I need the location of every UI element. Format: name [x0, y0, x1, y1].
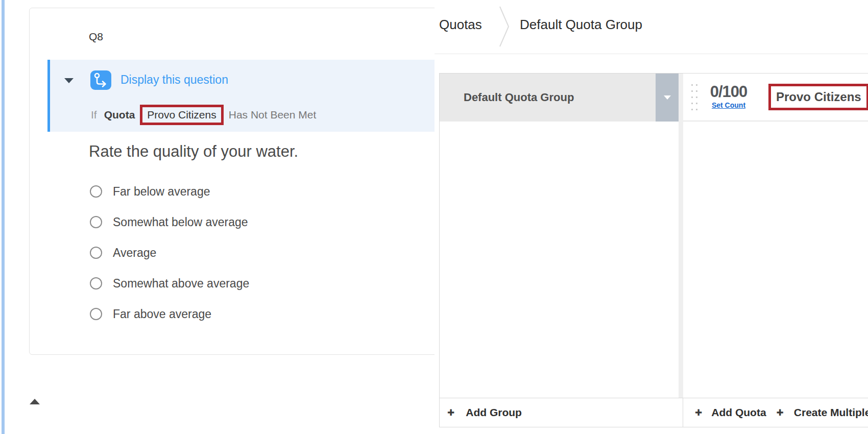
chevron-down-icon: [664, 95, 671, 100]
answer-option-row: Far above average: [90, 308, 249, 320]
breadcrumb-quotas[interactable]: Quotas: [439, 17, 482, 33]
condition-if-label: If: [91, 109, 97, 121]
breadcrumb-chevron-icon: [499, 6, 510, 50]
plus-icon: ✚: [447, 408, 454, 417]
question-card: Q8 Display this question If Quota P: [29, 8, 435, 355]
group-options-dropdown[interactable]: [656, 74, 679, 122]
display-logic-banner: Display this question If Quota Provo Cit…: [47, 60, 435, 132]
display-logic-condition[interactable]: If Quota Provo Citizens Has Not Been Met: [91, 105, 316, 125]
answer-option-row: Far below average: [90, 185, 249, 198]
condition-operator-label: Has Not Been Met: [229, 109, 317, 121]
column-divider: [679, 74, 683, 398]
create-multiple-button[interactable]: ✚ Create Multiple: [777, 406, 868, 419]
collapse-logic-chevron-icon[interactable]: [64, 78, 74, 83]
radio-button[interactable]: [90, 277, 102, 290]
option-label[interactable]: Somewhat below average: [113, 215, 248, 229]
quotas-column: 0/100 Set Count Provo Citizens: [683, 74, 868, 398]
drag-handle-icon[interactable]: [691, 84, 697, 110]
quota-count-block: 0/100 Set Count: [706, 84, 751, 110]
quota-column-empty-area: [683, 122, 868, 398]
answer-options-list: Far below average Somewhat below average…: [90, 185, 249, 339]
skip-logic-icon: [90, 70, 111, 92]
breadcrumb: Quotas Default Quota Group: [435, 0, 868, 54]
add-quota-button[interactable]: ✚ Add Quota: [695, 406, 766, 419]
radio-button[interactable]: [90, 247, 102, 259]
option-label[interactable]: Somewhat above average: [113, 277, 249, 291]
quota-name-annotation-box: Provo Citizens: [768, 84, 868, 110]
display-logic-title[interactable]: Display this question: [120, 73, 228, 87]
radio-button[interactable]: [90, 216, 102, 228]
quota-name[interactable]: Provo Citizens: [776, 90, 861, 104]
plus-icon: ✚: [695, 408, 702, 417]
answer-option-row: Somewhat below average: [90, 216, 249, 228]
survey-editor-pane: Q8 Display this question If Quota P: [0, 0, 435, 434]
answer-option-row: Average: [90, 247, 249, 259]
condition-value-annotation-box: Provo Citizens: [140, 105, 223, 125]
qualtrics-survey-editor: Q8 Display this question If Quota P: [0, 0, 868, 434]
add-quota-label: Add Quota: [711, 406, 766, 419]
radio-button[interactable]: [90, 308, 102, 320]
option-label[interactable]: Far above average: [113, 307, 211, 321]
option-label[interactable]: Far below average: [113, 185, 210, 199]
quota-row[interactable]: 0/100 Set Count Provo Citizens: [683, 74, 868, 122]
quota-table-body: Default Quota Group 0/100 Set Count: [440, 74, 868, 398]
breadcrumb-current-group: Default Quota Group: [520, 17, 642, 33]
condition-type-label: Quota: [104, 109, 135, 121]
quota-group-name: Default Quota Group: [464, 74, 574, 122]
left-accent-strip: [2, 0, 5, 434]
footer-group-cell: ✚ Add Group: [440, 398, 683, 427]
plus-icon: ✚: [777, 408, 784, 417]
group-column-empty-area: [440, 122, 679, 398]
quota-table: Default Quota Group 0/100 Set Count: [439, 73, 868, 427]
quota-count-value: 0/100: [710, 83, 748, 101]
quota-group-item[interactable]: Default Quota Group: [440, 74, 679, 122]
quotas-overlay: Quotas Default Quota Group Default Quota…: [435, 0, 868, 434]
answer-option-row: Somewhat above average: [90, 277, 249, 290]
add-group-button[interactable]: ✚ Add Group: [447, 406, 522, 419]
footer-quota-cell: ✚ Add Quota ✚ Create Multiple: [683, 398, 868, 427]
quota-table-footer: ✚ Add Group ✚ Add Quota ✚ Create Multipl…: [440, 398, 868, 427]
set-count-link[interactable]: Set Count: [712, 101, 745, 109]
question-text[interactable]: Rate the quality of your water.: [89, 142, 298, 161]
create-multiple-label: Create Multiple: [794, 406, 868, 419]
radio-button[interactable]: [90, 185, 102, 198]
question-id-label: Q8: [89, 31, 103, 43]
option-label[interactable]: Average: [113, 246, 156, 260]
display-logic-accent-bar: [47, 60, 50, 132]
add-group-label: Add Group: [466, 406, 522, 419]
quota-groups-column: Default Quota Group: [440, 74, 679, 398]
scroll-up-arrow-icon[interactable]: [30, 399, 40, 404]
